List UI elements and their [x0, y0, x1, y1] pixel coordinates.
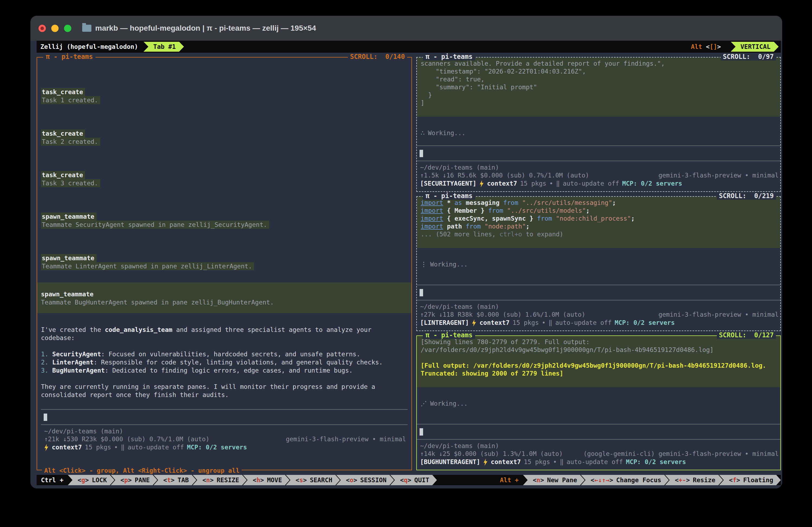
- model-label: gemini-3-flash-preview • minimal: [286, 435, 406, 443]
- pane-footer: ~/dev/pi-teams (main) ↑21k ↓530 R23k $0.…: [41, 425, 408, 452]
- mode-indicator-vertical: VERTICAL: [731, 42, 779, 52]
- ctrl-modifier-label: Ctrl +: [37, 475, 72, 485]
- working-label: Working...: [428, 129, 465, 137]
- pane-linter-agent[interactable]: π - pi-teams SCROLL: 0/219 import * as m…: [416, 196, 781, 331]
- message-text: codebase:: [41, 334, 408, 342]
- tool-name: task_create: [41, 88, 85, 96]
- tool-result: Task 3 created.: [41, 179, 100, 187]
- pane-title: π - pi-teams: [423, 53, 475, 60]
- extension-name: context7: [479, 319, 510, 327]
- output-line-highlight: [Full output: /var/folders/d0/z9jph2ld4v…: [417, 362, 780, 370]
- tool-call-entry: task_create Task 1 created.: [41, 88, 408, 104]
- bullet-separator: •: [549, 180, 553, 187]
- agent-description: : Dedicated to finding logic errors, edg…: [105, 367, 352, 374]
- prompt-input[interactable]: [417, 285, 780, 300]
- pane-bughunter-agent[interactable]: π - pi-teams SCROLL: 0/127 [Showing line…: [416, 336, 781, 470]
- message-text: I've created the: [41, 326, 105, 333]
- pane-body: scanners available. Provide a detailed r…: [417, 58, 780, 191]
- text-cursor: [44, 414, 47, 421]
- autoupdate-status: auto-update off: [567, 458, 623, 466]
- desktop: markb — hopeful-megalodon | π - pi-teams…: [0, 0, 812, 527]
- mcp-status: MCP: 0/2 servers: [187, 443, 247, 451]
- spinner-icon: ⋮: [421, 260, 427, 268]
- pane-body: task_create Task 1 created. task_create …: [37, 58, 411, 470]
- alt-hint-label: Alt: [691, 43, 706, 50]
- mcp-status: MCP: 0/2 servers: [622, 180, 682, 187]
- message-text: They are currently running in separate p…: [41, 383, 408, 391]
- keybind-quit[interactable]: <q>QUIT: [390, 475, 437, 485]
- lightning-icon: [44, 444, 49, 451]
- keybind-resize-alt[interactable]: <+->Resize: [665, 475, 723, 485]
- message-text: consolidated report once they finish the…: [41, 391, 408, 399]
- pane-security-agent[interactable]: π - pi-teams SCROLL: 0/97 scanners avail…: [416, 57, 781, 192]
- pause-icon: ‖: [549, 319, 552, 327]
- window-title-group: markb — hopeful-megalodon | π - pi-teams…: [82, 24, 316, 32]
- pane-title: π - pi-teams: [423, 331, 475, 339]
- terminal-window: markb — hopeful-megalodon | π - pi-teams…: [30, 16, 782, 488]
- keybind-resize[interactable]: <n>RESIZE: [192, 475, 247, 485]
- tool-name: spawn_teammate: [41, 254, 97, 262]
- token-stats: ↑21k ↓530 R23k $0.000 (sub) 0.7%/1.0M (a…: [44, 435, 209, 443]
- keybind-move[interactable]: <h>MOVE: [243, 475, 290, 485]
- keybind-search[interactable]: <s>SEARCH: [286, 475, 340, 485]
- keybind-change-focus[interactable]: <←↓↑→>Change Focus: [581, 475, 669, 485]
- lightning-icon: [483, 459, 488, 466]
- text-cursor: [420, 150, 423, 157]
- agent-badge: [SECURITYAGENT]: [420, 180, 477, 187]
- cwd-label: ~/dev/pi-teams (main): [44, 427, 406, 435]
- bullet-separator: •: [553, 458, 557, 466]
- pause-icon: ‖: [556, 180, 560, 187]
- agent-badge: [LINTERAGENT]: [420, 319, 469, 327]
- close-button[interactable]: [39, 25, 46, 32]
- tool-call-entry-highlighted: spawn_teammate Teammate BugHunterAgent s…: [37, 283, 411, 313]
- zoom-button[interactable]: [64, 25, 71, 32]
- output-line: [Showing lines 780-2779 of 2779. Full ou…: [417, 338, 780, 346]
- keybind-pane[interactable]: <p>PANE: [111, 475, 157, 485]
- tool-output-block: scanners available. Provide a detailed r…: [417, 58, 780, 117]
- prompt-input[interactable]: [41, 409, 408, 425]
- working-status: ∴Working...: [421, 129, 780, 137]
- packages-count: 15 pkgs: [85, 443, 111, 451]
- keybind-tab[interactable]: <t>TAB: [154, 475, 197, 485]
- code-line: import { execSync, spawnSync } from "nod…: [417, 215, 780, 223]
- mcp-status: MCP: 0/2 servers: [614, 319, 675, 327]
- keybind-lock[interactable]: <g>LOCK: [68, 475, 114, 485]
- tool-name: spawn_teammate: [41, 213, 97, 220]
- extension-name: context7: [491, 458, 521, 466]
- list-number: 2.: [41, 359, 52, 366]
- keybind-floating[interactable]: <f>Floating: [719, 475, 781, 485]
- extension-name: context7: [487, 180, 517, 187]
- prompt-input[interactable]: [417, 424, 780, 440]
- traffic-lights: [39, 25, 71, 32]
- tool-output-block: import * as messaging from "../src/utils…: [417, 197, 780, 248]
- list-number: 1.: [41, 351, 52, 358]
- packages-count: 15 pkgs: [512, 319, 539, 327]
- prompt-input[interactable]: [417, 145, 780, 161]
- group-hint: Alt <Click> - group, Alt <Right-Click> -…: [42, 467, 242, 474]
- pane-footer: ~/dev/pi-teams (main) ↑27k ↓118 R38k $0.…: [417, 300, 780, 328]
- output-line: ]: [417, 99, 780, 107]
- pane-body: import * as messaging from "../src/utils…: [417, 197, 780, 330]
- alt-bracket-hint: Alt <[]>: [691, 43, 721, 50]
- truncation-note: ... (502 more lines, ctrl+o to expand): [417, 230, 780, 238]
- keybind-new-pane[interactable]: <n>New Pane: [523, 475, 584, 485]
- autoupdate-status: auto-update off: [128, 443, 184, 451]
- text-cursor: [420, 428, 423, 436]
- scroll-indicator: SCROLL: 0/127: [717, 331, 776, 339]
- pane-footer: ~/dev/pi-teams (main) ↑1.5k ↓16 R5.6k $0…: [417, 161, 780, 189]
- mcp-status: MCP: 0/2 servers: [626, 458, 686, 466]
- window-title: markb — hopeful-megalodon | π - pi-teams…: [95, 24, 316, 32]
- text-cursor: [420, 289, 423, 296]
- tool-result: Task 2 created.: [41, 138, 100, 146]
- pane-orchestrator[interactable]: π - pi-teams SCROLL: 0/140 Alt <Click> -…: [37, 57, 412, 470]
- keybind-session[interactable]: <o>SESSION: [336, 475, 394, 485]
- scroll-indicator: SCROLL: 0/140: [348, 53, 407, 60]
- lightning-icon: [472, 319, 477, 326]
- output-line-highlight: Truncated: showing 2000 of 2779 lines]: [417, 370, 780, 378]
- output-line: "summary": "Initial prompt": [417, 83, 780, 91]
- token-stats: ↑1.5k ↓16 R5.6k $0.000 (sub) 0.7%/1.0M (…: [420, 171, 589, 180]
- minimize-button[interactable]: [51, 25, 59, 32]
- agent-name: LinterAgent: [52, 359, 93, 366]
- model-label: (google-gemini-cli) gemini-3-flash-previ…: [583, 450, 779, 458]
- tab-1[interactable]: Tab #1: [144, 42, 184, 52]
